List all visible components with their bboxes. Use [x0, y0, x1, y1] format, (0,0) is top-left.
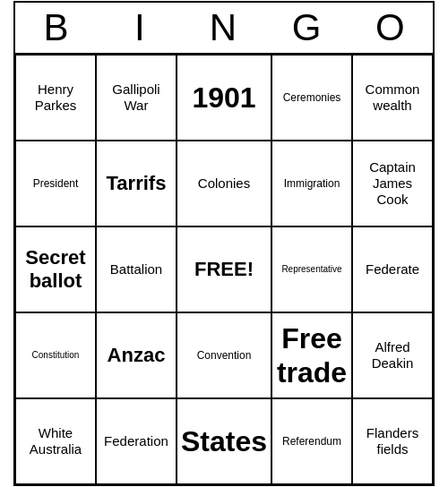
- cell-text-2: 1901: [192, 81, 255, 115]
- cell-text-15: Constitution: [32, 350, 80, 361]
- bingo-card: BINGO Henry ParkesGallipoli War1901Cerem…: [13, 1, 435, 486]
- header-letter-N: N: [182, 3, 265, 53]
- cell-text-14: Federate: [366, 261, 419, 278]
- cell-text-5: President: [33, 177, 79, 190]
- cell-text-18: Free trade: [276, 321, 348, 390]
- bingo-cell-21: Federation: [96, 398, 177, 484]
- cell-text-7: Colonies: [198, 175, 250, 192]
- bingo-cell-6: Tarrifs: [96, 141, 177, 226]
- cell-text-11: Battalion: [110, 261, 162, 278]
- cell-text-19: Alfred Deakin: [357, 339, 428, 372]
- bingo-cell-2: 1901: [177, 55, 271, 141]
- cell-text-4: Common wealth: [357, 81, 428, 114]
- header-letter-B: B: [15, 3, 99, 53]
- cell-text-13: Representative: [281, 264, 341, 275]
- bingo-cell-20: White Australia: [15, 398, 96, 484]
- cell-text-21: Federation: [104, 433, 168, 449]
- cell-text-0: Henry Parkes: [20, 81, 91, 114]
- bingo-cell-24: Flanders fields: [352, 398, 433, 484]
- bingo-cell-18: Free trade: [271, 312, 352, 398]
- bingo-cell-9: Captain James Cook: [352, 141, 433, 226]
- cell-text-17: Convention: [197, 349, 252, 362]
- bingo-cell-10: Secret ballot: [15, 226, 96, 312]
- header-letter-I: I: [99, 3, 182, 53]
- bingo-cell-14: Federate: [352, 226, 433, 312]
- bingo-cell-22: States: [177, 398, 271, 484]
- cell-text-23: Referendum: [282, 435, 341, 448]
- bingo-grid: Henry ParkesGallipoli War1901CeremoniesC…: [15, 55, 433, 484]
- bingo-cell-13: Representative: [271, 226, 352, 312]
- bingo-cell-0: Henry Parkes: [15, 55, 96, 141]
- cell-text-3: Ceremonies: [283, 91, 341, 104]
- cell-text-10: Secret ballot: [20, 246, 91, 294]
- bingo-cell-3: Ceremonies: [271, 55, 352, 141]
- bingo-cell-12: FREE!: [177, 226, 271, 312]
- bingo-cell-15: Constitution: [15, 312, 96, 398]
- bingo-cell-8: Immigration: [271, 141, 352, 226]
- cell-text-22: States: [181, 424, 267, 458]
- cell-text-20: White Australia: [20, 425, 91, 457]
- cell-text-16: Anzac: [108, 344, 166, 367]
- bingo-cell-5: President: [15, 141, 96, 226]
- cell-text-8: Immigration: [284, 177, 340, 190]
- bingo-cell-4: Common wealth: [352, 55, 433, 141]
- bingo-cell-1: Gallipoli War: [96, 55, 177, 141]
- cell-text-1: Gallipoli War: [100, 81, 172, 114]
- cell-text-6: Tarrifs: [107, 172, 167, 195]
- header-letter-O: O: [349, 3, 433, 53]
- bingo-cell-23: Referendum: [271, 398, 352, 484]
- bingo-cell-16: Anzac: [96, 312, 177, 398]
- bingo-cell-11: Battalion: [96, 226, 177, 312]
- cell-text-24: Flanders fields: [357, 425, 428, 457]
- header-letter-G: G: [266, 3, 349, 53]
- bingo-cell-7: Colonies: [177, 141, 271, 226]
- bingo-cell-19: Alfred Deakin: [352, 312, 433, 398]
- bingo-cell-17: Convention: [177, 312, 271, 398]
- bingo-header: BINGO: [15, 3, 433, 55]
- cell-text-9: Captain James Cook: [357, 159, 428, 208]
- cell-text-12: FREE!: [194, 258, 254, 281]
